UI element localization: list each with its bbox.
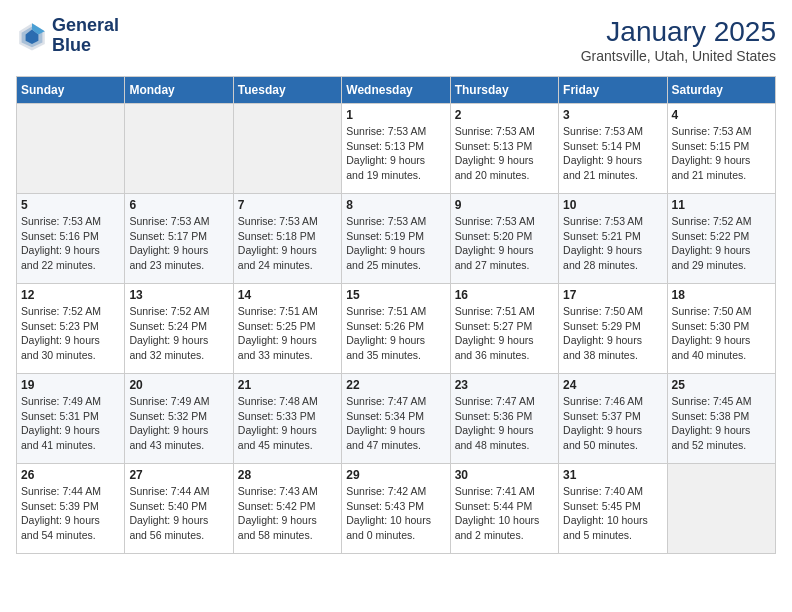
day-cell [17, 104, 125, 194]
day-cell: 25Sunrise: 7:45 AM Sunset: 5:38 PM Dayli… [667, 374, 775, 464]
day-cell: 31Sunrise: 7:40 AM Sunset: 5:45 PM Dayli… [559, 464, 667, 554]
day-info: Sunrise: 7:44 AM Sunset: 5:39 PM Dayligh… [21, 484, 120, 543]
day-cell: 4Sunrise: 7:53 AM Sunset: 5:15 PM Daylig… [667, 104, 775, 194]
day-number: 31 [563, 468, 662, 482]
calendar-header: SundayMondayTuesdayWednesdayThursdayFrid… [17, 77, 776, 104]
day-cell: 18Sunrise: 7:50 AM Sunset: 5:30 PM Dayli… [667, 284, 775, 374]
location-label: Grantsville, Utah, United States [581, 48, 776, 64]
week-row-1: 1Sunrise: 7:53 AM Sunset: 5:13 PM Daylig… [17, 104, 776, 194]
weekday-header-wednesday: Wednesday [342, 77, 450, 104]
week-row-3: 12Sunrise: 7:52 AM Sunset: 5:23 PM Dayli… [17, 284, 776, 374]
day-number: 24 [563, 378, 662, 392]
day-cell: 16Sunrise: 7:51 AM Sunset: 5:27 PM Dayli… [450, 284, 558, 374]
day-number: 3 [563, 108, 662, 122]
day-number: 9 [455, 198, 554, 212]
day-number: 22 [346, 378, 445, 392]
day-number: 16 [455, 288, 554, 302]
day-info: Sunrise: 7:47 AM Sunset: 5:36 PM Dayligh… [455, 394, 554, 453]
day-number: 15 [346, 288, 445, 302]
day-info: Sunrise: 7:53 AM Sunset: 5:15 PM Dayligh… [672, 124, 771, 183]
day-info: Sunrise: 7:53 AM Sunset: 5:13 PM Dayligh… [455, 124, 554, 183]
day-info: Sunrise: 7:53 AM Sunset: 5:18 PM Dayligh… [238, 214, 337, 273]
weekday-header-tuesday: Tuesday [233, 77, 341, 104]
day-number: 7 [238, 198, 337, 212]
day-number: 10 [563, 198, 662, 212]
day-number: 30 [455, 468, 554, 482]
day-number: 6 [129, 198, 228, 212]
day-cell: 24Sunrise: 7:46 AM Sunset: 5:37 PM Dayli… [559, 374, 667, 464]
day-cell: 1Sunrise: 7:53 AM Sunset: 5:13 PM Daylig… [342, 104, 450, 194]
day-number: 11 [672, 198, 771, 212]
day-info: Sunrise: 7:50 AM Sunset: 5:29 PM Dayligh… [563, 304, 662, 363]
week-row-4: 19Sunrise: 7:49 AM Sunset: 5:31 PM Dayli… [17, 374, 776, 464]
day-cell: 20Sunrise: 7:49 AM Sunset: 5:32 PM Dayli… [125, 374, 233, 464]
day-number: 5 [21, 198, 120, 212]
day-info: Sunrise: 7:49 AM Sunset: 5:31 PM Dayligh… [21, 394, 120, 453]
day-info: Sunrise: 7:41 AM Sunset: 5:44 PM Dayligh… [455, 484, 554, 543]
day-cell: 29Sunrise: 7:42 AM Sunset: 5:43 PM Dayli… [342, 464, 450, 554]
day-info: Sunrise: 7:44 AM Sunset: 5:40 PM Dayligh… [129, 484, 228, 543]
day-cell: 8Sunrise: 7:53 AM Sunset: 5:19 PM Daylig… [342, 194, 450, 284]
day-cell: 13Sunrise: 7:52 AM Sunset: 5:24 PM Dayli… [125, 284, 233, 374]
day-info: Sunrise: 7:45 AM Sunset: 5:38 PM Dayligh… [672, 394, 771, 453]
day-cell: 7Sunrise: 7:53 AM Sunset: 5:18 PM Daylig… [233, 194, 341, 284]
day-cell [233, 104, 341, 194]
page-header: General Blue January 2025 Grantsville, U… [16, 16, 776, 64]
day-cell: 12Sunrise: 7:52 AM Sunset: 5:23 PM Dayli… [17, 284, 125, 374]
logo: General Blue [16, 16, 119, 56]
day-info: Sunrise: 7:51 AM Sunset: 5:25 PM Dayligh… [238, 304, 337, 363]
calendar-table: SundayMondayTuesdayWednesdayThursdayFrid… [16, 76, 776, 554]
day-number: 26 [21, 468, 120, 482]
day-info: Sunrise: 7:50 AM Sunset: 5:30 PM Dayligh… [672, 304, 771, 363]
day-cell [125, 104, 233, 194]
day-number: 19 [21, 378, 120, 392]
day-number: 23 [455, 378, 554, 392]
day-cell [667, 464, 775, 554]
day-number: 14 [238, 288, 337, 302]
day-info: Sunrise: 7:40 AM Sunset: 5:45 PM Dayligh… [563, 484, 662, 543]
weekday-header-monday: Monday [125, 77, 233, 104]
day-number: 20 [129, 378, 228, 392]
day-info: Sunrise: 7:47 AM Sunset: 5:34 PM Dayligh… [346, 394, 445, 453]
day-cell: 3Sunrise: 7:53 AM Sunset: 5:14 PM Daylig… [559, 104, 667, 194]
day-info: Sunrise: 7:51 AM Sunset: 5:26 PM Dayligh… [346, 304, 445, 363]
day-cell: 17Sunrise: 7:50 AM Sunset: 5:29 PM Dayli… [559, 284, 667, 374]
weekday-header-friday: Friday [559, 77, 667, 104]
day-cell: 6Sunrise: 7:53 AM Sunset: 5:17 PM Daylig… [125, 194, 233, 284]
logo-icon [16, 20, 48, 52]
day-number: 21 [238, 378, 337, 392]
weekday-header-sunday: Sunday [17, 77, 125, 104]
day-info: Sunrise: 7:53 AM Sunset: 5:14 PM Dayligh… [563, 124, 662, 183]
day-number: 13 [129, 288, 228, 302]
day-info: Sunrise: 7:46 AM Sunset: 5:37 PM Dayligh… [563, 394, 662, 453]
day-cell: 15Sunrise: 7:51 AM Sunset: 5:26 PM Dayli… [342, 284, 450, 374]
day-number: 25 [672, 378, 771, 392]
day-info: Sunrise: 7:53 AM Sunset: 5:21 PM Dayligh… [563, 214, 662, 273]
weekday-header-saturday: Saturday [667, 77, 775, 104]
day-info: Sunrise: 7:42 AM Sunset: 5:43 PM Dayligh… [346, 484, 445, 543]
day-cell: 22Sunrise: 7:47 AM Sunset: 5:34 PM Dayli… [342, 374, 450, 464]
day-cell: 21Sunrise: 7:48 AM Sunset: 5:33 PM Dayli… [233, 374, 341, 464]
day-info: Sunrise: 7:52 AM Sunset: 5:22 PM Dayligh… [672, 214, 771, 273]
day-cell: 23Sunrise: 7:47 AM Sunset: 5:36 PM Dayli… [450, 374, 558, 464]
day-number: 4 [672, 108, 771, 122]
day-cell: 28Sunrise: 7:43 AM Sunset: 5:42 PM Dayli… [233, 464, 341, 554]
day-cell: 27Sunrise: 7:44 AM Sunset: 5:40 PM Dayli… [125, 464, 233, 554]
day-cell: 9Sunrise: 7:53 AM Sunset: 5:20 PM Daylig… [450, 194, 558, 284]
calendar-body: 1Sunrise: 7:53 AM Sunset: 5:13 PM Daylig… [17, 104, 776, 554]
day-cell: 10Sunrise: 7:53 AM Sunset: 5:21 PM Dayli… [559, 194, 667, 284]
day-info: Sunrise: 7:53 AM Sunset: 5:20 PM Dayligh… [455, 214, 554, 273]
logo-line2: Blue [52, 36, 119, 56]
day-cell: 14Sunrise: 7:51 AM Sunset: 5:25 PM Dayli… [233, 284, 341, 374]
day-number: 27 [129, 468, 228, 482]
day-cell: 26Sunrise: 7:44 AM Sunset: 5:39 PM Dayli… [17, 464, 125, 554]
day-info: Sunrise: 7:53 AM Sunset: 5:16 PM Dayligh… [21, 214, 120, 273]
day-cell: 2Sunrise: 7:53 AM Sunset: 5:13 PM Daylig… [450, 104, 558, 194]
day-info: Sunrise: 7:53 AM Sunset: 5:17 PM Dayligh… [129, 214, 228, 273]
day-number: 8 [346, 198, 445, 212]
day-info: Sunrise: 7:49 AM Sunset: 5:32 PM Dayligh… [129, 394, 228, 453]
month-title: January 2025 [581, 16, 776, 48]
day-cell: 30Sunrise: 7:41 AM Sunset: 5:44 PM Dayli… [450, 464, 558, 554]
day-info: Sunrise: 7:53 AM Sunset: 5:13 PM Dayligh… [346, 124, 445, 183]
day-info: Sunrise: 7:51 AM Sunset: 5:27 PM Dayligh… [455, 304, 554, 363]
